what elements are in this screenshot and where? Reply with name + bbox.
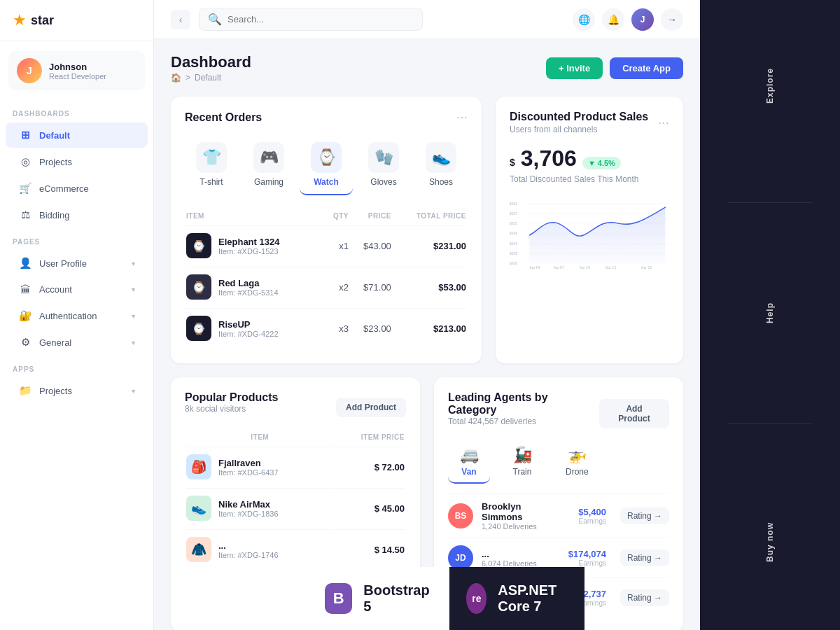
watch-icon: ⌚ xyxy=(311,142,342,173)
rating-button[interactable]: Rating → xyxy=(620,550,669,566)
list-item: BS Brooklyn Simmons 1,240 Deliveries $5,… xyxy=(448,493,669,538)
agent-deliveries: 1,240 Deliveries xyxy=(482,522,549,531)
product-id: Item: #XDG-6437 xyxy=(218,468,279,477)
table-row: ⌚ RiseUP Item: #XDG-4222 x3 $23.00 $213.… xyxy=(186,308,466,348)
product-image: 👟 xyxy=(186,496,211,521)
product-name: Nike AirMax xyxy=(218,499,279,510)
col-price: PRICE xyxy=(350,208,391,224)
chart-number: 3,706 xyxy=(521,146,577,172)
topbar-right: 🌐 🔔 J → xyxy=(573,8,683,31)
sidebar-label-apps-projects: Projects xyxy=(39,386,125,396)
asp-title: ASP.NET Core 7 xyxy=(498,582,567,615)
sidebar-item-general[interactable]: ⚙ General ▾ xyxy=(6,330,148,355)
apps-label: APPS xyxy=(0,356,153,377)
user-profile-card[interactable]: J Johnson React Developer xyxy=(8,51,145,90)
tab-gaming[interactable]: 🎮 Gaming xyxy=(242,135,295,195)
globe-icon-btn[interactable]: 🌐 xyxy=(573,8,595,31)
add-agent-product-button[interactable]: Add Product xyxy=(599,399,669,428)
tab-label-shoes: Shoes xyxy=(429,177,453,187)
table-row: 🎒 Fjallraven Item: #XDG-6437 $ 72.00 xyxy=(186,447,405,486)
content-area: Dashboard 🏠 > Default + Invite Create Ap… xyxy=(154,39,700,630)
search-input[interactable] xyxy=(227,14,414,24)
tab-drone[interactable]: 🚁 Drone xyxy=(554,440,600,484)
gaming-icon: 🎮 xyxy=(253,142,284,173)
sidebar-item-default[interactable]: ⊞ Default xyxy=(6,122,148,148)
table-row: ⌚ Elephant 1324 Item: #XDG-1523 x1 $43.0… xyxy=(186,225,466,265)
chevron-down-icon: ▾ xyxy=(132,312,135,320)
order-item-name: RiseUP xyxy=(218,319,279,330)
apps-projects-icon: 📁 xyxy=(18,384,32,397)
chevron-down-icon: ▾ xyxy=(132,260,135,267)
sidebar-item-user-profile[interactable]: 👤 User Profile ▾ xyxy=(6,251,148,276)
agent-name: Brooklyn Simmons xyxy=(482,501,549,522)
rating-button[interactable]: Rating → xyxy=(620,507,669,524)
help-label[interactable]: Help xyxy=(765,288,775,337)
tab-train[interactable]: 🚂 Train xyxy=(501,440,543,484)
bootstrap-title: Bootstrap 5 xyxy=(363,582,433,615)
chart-more-icon[interactable]: ⋯ xyxy=(658,116,669,130)
order-item-id: Item: #XDG-4222 xyxy=(218,330,279,338)
tab-shoes[interactable]: 👟 Shoes xyxy=(414,135,468,195)
order-price: $71.00 xyxy=(363,282,391,293)
discounted-sales-card: Discounted Product Sales Users from all … xyxy=(496,97,683,363)
product-item: 👟 Nike AirMax Item: #XDG-1836 xyxy=(186,496,333,521)
order-qty: x1 xyxy=(339,241,349,251)
tab-van-label: Van xyxy=(461,467,476,477)
sidebar-item-authentication[interactable]: 🔐 Authentication ▾ xyxy=(6,303,148,328)
sidebar-item-ecommerce[interactable]: 🛒 eCommerce xyxy=(6,176,148,201)
tab-tshirt[interactable]: 👕 T-shirt xyxy=(185,135,238,195)
product-col-price: ITEM PRICE xyxy=(335,429,405,445)
tab-van[interactable]: 🚐 Van xyxy=(448,440,490,484)
bootstrap-banner: B Bootstrap 5 xyxy=(308,567,449,630)
arrow-icon-btn[interactable]: → xyxy=(661,8,683,31)
more-options-icon[interactable]: ⋯ xyxy=(456,111,468,124)
agent-name: ... xyxy=(482,549,549,559)
bidding-icon: ⚖ xyxy=(18,209,32,221)
tab-label-gaming: Gaming xyxy=(254,177,284,187)
logo: ★ star xyxy=(0,0,153,41)
product-image: 🎒 xyxy=(186,454,211,479)
sidebar-item-projects[interactable]: ◎ Projects xyxy=(6,149,148,174)
collapse-button[interactable]: ‹ xyxy=(171,10,190,29)
asp-icon: re xyxy=(466,583,486,614)
svg-text:$346: $346 xyxy=(510,231,518,235)
product-item: 🧥 ... Item: #XDG-1746 xyxy=(186,537,333,562)
topbar: ‹ 🔍 🌐 🔔 J → xyxy=(154,0,700,39)
popular-products-title: Popular Products xyxy=(185,391,278,404)
tab-watch[interactable]: ⌚ Watch xyxy=(300,135,353,195)
sidebar-item-apps-projects[interactable]: 📁 Projects ▾ xyxy=(6,378,148,403)
search-bar[interactable]: 🔍 xyxy=(199,8,423,31)
order-item-image: ⌚ xyxy=(186,274,211,300)
order-item-id: Item: #XDG-1523 xyxy=(218,247,279,255)
order-total: $53.00 xyxy=(438,282,466,293)
agent-earnings-group: $5,400 Earnings xyxy=(557,507,606,525)
product-price: $ 14.50 xyxy=(374,545,405,555)
order-item-details: RiseUP Item: #XDG-4222 xyxy=(218,319,279,338)
topbar-avatar[interactable]: J xyxy=(631,8,654,31)
explore-label[interactable]: Explore xyxy=(765,54,775,118)
table-row: ⌚ Red Laga Item: #XDG-5314 x2 $71.00 $53… xyxy=(186,267,466,307)
agent-earnings: $5,400 xyxy=(557,507,606,517)
page-actions: + Invite Create App xyxy=(546,57,683,79)
leading-agents-header: Leading Agents by Category Total 424,567… xyxy=(448,391,669,436)
sidebar-item-bidding[interactable]: ⚖ Bidding xyxy=(6,202,148,227)
product-name: ... xyxy=(218,540,279,551)
order-tabs: 👕 T-shirt 🎮 Gaming ⌚ Watch 🧤 Gloves xyxy=(185,135,468,195)
logo-star: ★ xyxy=(13,11,27,29)
top-grid: Recent Orders ⋯ 👕 T-shirt 🎮 Gaming ⌚ xyxy=(171,97,683,363)
order-item-details: Elephant 1324 Item: #XDG-1523 xyxy=(218,237,279,255)
create-app-button[interactable]: Create App xyxy=(610,57,683,79)
notification-icon-btn[interactable]: 🔔 xyxy=(602,8,624,31)
popular-products-header: Popular Products 8k social visitors Add … xyxy=(185,391,406,424)
add-product-button[interactable]: Add Product xyxy=(336,398,406,417)
sidebar-label-projects: Projects xyxy=(39,157,135,167)
sidebar-item-account[interactable]: 🏛 Account ▾ xyxy=(6,277,148,302)
rating-button[interactable]: Rating → xyxy=(620,589,669,606)
tab-gloves[interactable]: 🧤 Gloves xyxy=(357,135,410,195)
agents-tabs: 🚐 Van 🚂 Train 🚁 Drone xyxy=(448,440,669,484)
chart-dollar: $ xyxy=(510,157,515,168)
order-item-info: ⌚ RiseUP Item: #XDG-4222 xyxy=(186,316,324,341)
buy-now-label[interactable]: Buy now xyxy=(765,508,775,576)
agent-deliveries: 6,074 Deliveries xyxy=(482,559,549,568)
invite-button[interactable]: + Invite xyxy=(546,57,603,79)
